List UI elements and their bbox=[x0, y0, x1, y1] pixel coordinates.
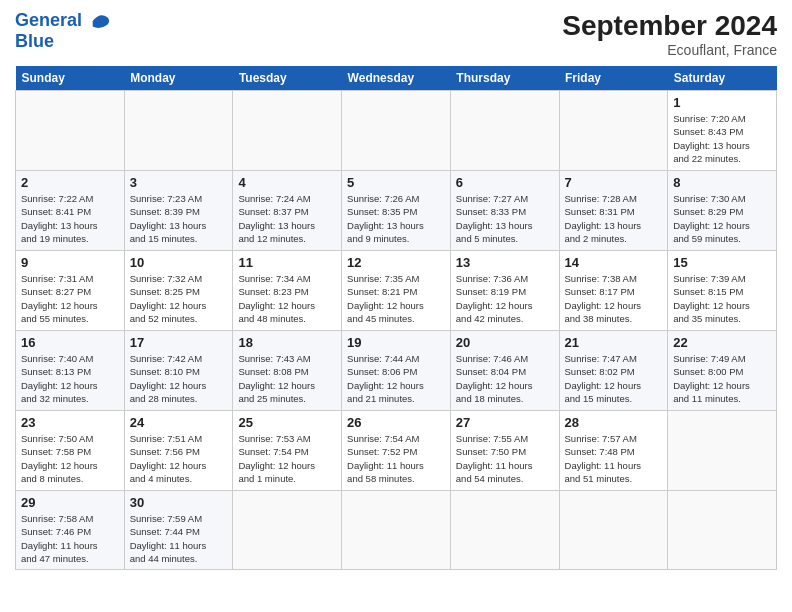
logo: General Blue bbox=[15, 10, 111, 52]
day-cell-6: 6Sunrise: 7:27 AMSunset: 8:33 PMDaylight… bbox=[450, 171, 559, 251]
day-detail: Sunrise: 7:55 AMSunset: 7:50 PMDaylight:… bbox=[456, 433, 533, 484]
day-cell-23: 23Sunrise: 7:50 AMSunset: 7:58 PMDayligh… bbox=[16, 411, 125, 491]
day-detail: Sunrise: 7:26 AMSunset: 8:35 PMDaylight:… bbox=[347, 193, 424, 244]
empty-cell bbox=[124, 91, 233, 171]
day-cell-30: 30Sunrise: 7:59 AMSunset: 7:44 PMDayligh… bbox=[124, 491, 233, 570]
day-header-saturday: Saturday bbox=[668, 66, 777, 91]
day-number: 6 bbox=[456, 175, 554, 190]
day-cell-19: 19Sunrise: 7:44 AMSunset: 8:06 PMDayligh… bbox=[342, 331, 451, 411]
calendar-row-4: 16Sunrise: 7:40 AMSunset: 8:13 PMDayligh… bbox=[16, 331, 777, 411]
empty-cell bbox=[668, 491, 777, 570]
day-detail: Sunrise: 7:44 AMSunset: 8:06 PMDaylight:… bbox=[347, 353, 424, 404]
day-detail: Sunrise: 7:49 AMSunset: 8:00 PMDaylight:… bbox=[673, 353, 750, 404]
day-detail: Sunrise: 7:27 AMSunset: 8:33 PMDaylight:… bbox=[456, 193, 533, 244]
day-number: 4 bbox=[238, 175, 336, 190]
day-cell-25: 25Sunrise: 7:53 AMSunset: 7:54 PMDayligh… bbox=[233, 411, 342, 491]
empty-cell bbox=[233, 91, 342, 171]
day-number: 26 bbox=[347, 415, 445, 430]
calendar-row-6: 29Sunrise: 7:58 AMSunset: 7:46 PMDayligh… bbox=[16, 491, 777, 570]
day-cell-15: 15Sunrise: 7:39 AMSunset: 8:15 PMDayligh… bbox=[668, 251, 777, 331]
day-cell-3: 3Sunrise: 7:23 AMSunset: 8:39 PMDaylight… bbox=[124, 171, 233, 251]
day-number: 17 bbox=[130, 335, 228, 350]
day-detail: Sunrise: 7:35 AMSunset: 8:21 PMDaylight:… bbox=[347, 273, 424, 324]
day-number: 15 bbox=[673, 255, 771, 270]
day-detail: Sunrise: 7:36 AMSunset: 8:19 PMDaylight:… bbox=[456, 273, 533, 324]
page-container: General Blue September 2024 Ecouflant, F… bbox=[0, 0, 792, 580]
day-detail: Sunrise: 7:34 AMSunset: 8:23 PMDaylight:… bbox=[238, 273, 315, 324]
day-header-friday: Friday bbox=[559, 66, 668, 91]
header: General Blue September 2024 Ecouflant, F… bbox=[15, 10, 777, 58]
day-number: 20 bbox=[456, 335, 554, 350]
day-number: 9 bbox=[21, 255, 119, 270]
day-cell-26: 26Sunrise: 7:54 AMSunset: 7:52 PMDayligh… bbox=[342, 411, 451, 491]
day-number: 22 bbox=[673, 335, 771, 350]
day-cell-28: 28Sunrise: 7:57 AMSunset: 7:48 PMDayligh… bbox=[559, 411, 668, 491]
day-number: 11 bbox=[238, 255, 336, 270]
empty-cell bbox=[559, 91, 668, 171]
day-detail: Sunrise: 7:46 AMSunset: 8:04 PMDaylight:… bbox=[456, 353, 533, 404]
day-detail: Sunrise: 7:54 AMSunset: 7:52 PMDaylight:… bbox=[347, 433, 424, 484]
title-block: September 2024 Ecouflant, France bbox=[562, 10, 777, 58]
day-detail: Sunrise: 7:28 AMSunset: 8:31 PMDaylight:… bbox=[565, 193, 642, 244]
day-header-wednesday: Wednesday bbox=[342, 66, 451, 91]
day-cell-4: 4Sunrise: 7:24 AMSunset: 8:37 PMDaylight… bbox=[233, 171, 342, 251]
day-detail: Sunrise: 7:22 AMSunset: 8:41 PMDaylight:… bbox=[21, 193, 98, 244]
day-cell-13: 13Sunrise: 7:36 AMSunset: 8:19 PMDayligh… bbox=[450, 251, 559, 331]
calendar-body: 1Sunrise: 7:20 AMSunset: 8:43 PMDaylight… bbox=[16, 91, 777, 570]
day-number: 1 bbox=[673, 95, 771, 110]
day-number: 8 bbox=[673, 175, 771, 190]
day-cell-9: 9Sunrise: 7:31 AMSunset: 8:27 PMDaylight… bbox=[16, 251, 125, 331]
day-detail: Sunrise: 7:47 AMSunset: 8:02 PMDaylight:… bbox=[565, 353, 642, 404]
day-number: 27 bbox=[456, 415, 554, 430]
day-number: 3 bbox=[130, 175, 228, 190]
empty-cell bbox=[16, 91, 125, 171]
day-cell-12: 12Sunrise: 7:35 AMSunset: 8:21 PMDayligh… bbox=[342, 251, 451, 331]
empty-cell bbox=[450, 91, 559, 171]
day-detail: Sunrise: 7:50 AMSunset: 7:58 PMDaylight:… bbox=[21, 433, 98, 484]
day-cell-8: 8Sunrise: 7:30 AMSunset: 8:29 PMDaylight… bbox=[668, 171, 777, 251]
day-detail: Sunrise: 7:43 AMSunset: 8:08 PMDaylight:… bbox=[238, 353, 315, 404]
day-detail: Sunrise: 7:23 AMSunset: 8:39 PMDaylight:… bbox=[130, 193, 207, 244]
day-number: 21 bbox=[565, 335, 663, 350]
empty-cell bbox=[342, 91, 451, 171]
day-number: 12 bbox=[347, 255, 445, 270]
empty-cell bbox=[668, 411, 777, 491]
header-row: SundayMondayTuesdayWednesdayThursdayFrid… bbox=[16, 66, 777, 91]
day-cell-16: 16Sunrise: 7:40 AMSunset: 8:13 PMDayligh… bbox=[16, 331, 125, 411]
day-detail: Sunrise: 7:39 AMSunset: 8:15 PMDaylight:… bbox=[673, 273, 750, 324]
day-cell-17: 17Sunrise: 7:42 AMSunset: 8:10 PMDayligh… bbox=[124, 331, 233, 411]
empty-cell bbox=[342, 491, 451, 570]
day-number: 28 bbox=[565, 415, 663, 430]
day-header-monday: Monday bbox=[124, 66, 233, 91]
day-detail: Sunrise: 7:40 AMSunset: 8:13 PMDaylight:… bbox=[21, 353, 98, 404]
day-cell-5: 5Sunrise: 7:26 AMSunset: 8:35 PMDaylight… bbox=[342, 171, 451, 251]
day-cell-7: 7Sunrise: 7:28 AMSunset: 8:31 PMDaylight… bbox=[559, 171, 668, 251]
day-number: 10 bbox=[130, 255, 228, 270]
day-detail: Sunrise: 7:51 AMSunset: 7:56 PMDaylight:… bbox=[130, 433, 207, 484]
day-header-sunday: Sunday bbox=[16, 66, 125, 91]
logo-icon bbox=[89, 10, 111, 32]
day-detail: Sunrise: 7:38 AMSunset: 8:17 PMDaylight:… bbox=[565, 273, 642, 324]
day-number: 2 bbox=[21, 175, 119, 190]
calendar-row-1: 1Sunrise: 7:20 AMSunset: 8:43 PMDaylight… bbox=[16, 91, 777, 171]
day-number: 7 bbox=[565, 175, 663, 190]
day-cell-14: 14Sunrise: 7:38 AMSunset: 8:17 PMDayligh… bbox=[559, 251, 668, 331]
day-cell-11: 11Sunrise: 7:34 AMSunset: 8:23 PMDayligh… bbox=[233, 251, 342, 331]
day-detail: Sunrise: 7:53 AMSunset: 7:54 PMDaylight:… bbox=[238, 433, 315, 484]
day-number: 24 bbox=[130, 415, 228, 430]
day-cell-10: 10Sunrise: 7:32 AMSunset: 8:25 PMDayligh… bbox=[124, 251, 233, 331]
day-detail: Sunrise: 7:42 AMSunset: 8:10 PMDaylight:… bbox=[130, 353, 207, 404]
calendar-table: SundayMondayTuesdayWednesdayThursdayFrid… bbox=[15, 66, 777, 570]
day-detail: Sunrise: 7:30 AMSunset: 8:29 PMDaylight:… bbox=[673, 193, 750, 244]
day-number: 13 bbox=[456, 255, 554, 270]
day-number: 18 bbox=[238, 335, 336, 350]
day-detail: Sunrise: 7:57 AMSunset: 7:48 PMDaylight:… bbox=[565, 433, 642, 484]
day-cell-22: 22Sunrise: 7:49 AMSunset: 8:00 PMDayligh… bbox=[668, 331, 777, 411]
day-detail: Sunrise: 7:24 AMSunset: 8:37 PMDaylight:… bbox=[238, 193, 315, 244]
day-number: 29 bbox=[21, 495, 119, 510]
day-number: 14 bbox=[565, 255, 663, 270]
calendar-row-5: 23Sunrise: 7:50 AMSunset: 7:58 PMDayligh… bbox=[16, 411, 777, 491]
day-detail: Sunrise: 7:31 AMSunset: 8:27 PMDaylight:… bbox=[21, 273, 98, 324]
day-cell-18: 18Sunrise: 7:43 AMSunset: 8:08 PMDayligh… bbox=[233, 331, 342, 411]
day-number: 16 bbox=[21, 335, 119, 350]
